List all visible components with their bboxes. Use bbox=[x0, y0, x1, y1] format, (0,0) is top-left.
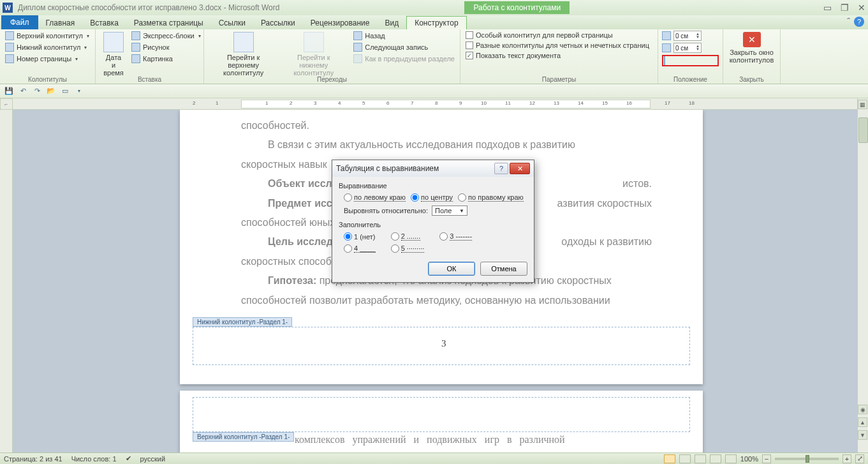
page-number-icon bbox=[5, 54, 14, 63]
header-icon bbox=[5, 31, 14, 40]
tab-design[interactable]: Конструктор bbox=[406, 16, 466, 29]
align-right-radio[interactable]: по правому краю bbox=[458, 193, 524, 202]
language-status[interactable]: русский bbox=[140, 455, 165, 463]
minimize-button[interactable]: ▭ bbox=[823, 3, 832, 13]
footer-icon bbox=[5, 43, 14, 52]
prev-page-button[interactable]: ▲ bbox=[858, 417, 867, 427]
leader-1-radio[interactable]: 1 (нет) bbox=[344, 232, 376, 241]
footer-section-tag[interactable]: Нижний колонтитул -Раздел 1- bbox=[193, 317, 292, 327]
page-number-text: 3 bbox=[441, 338, 446, 349]
vertical-scrollbar[interactable]: ▦ ◉ ▲ ▼ bbox=[857, 98, 868, 453]
next-icon bbox=[353, 43, 362, 52]
help-button[interactable]: ? bbox=[854, 17, 864, 27]
tab-page-layout[interactable]: Разметка страницы bbox=[126, 17, 211, 29]
tab-view[interactable]: Вид bbox=[377, 17, 406, 29]
header-button[interactable]: Верхний колонтитул▾ bbox=[4, 31, 91, 41]
next-button[interactable]: Следующая запись bbox=[352, 42, 456, 52]
ok-button[interactable]: ОК bbox=[428, 262, 475, 276]
document-title: Диплом скоростные способности итог испра… bbox=[18, 3, 279, 12]
header-area[interactable] bbox=[193, 397, 690, 432]
tab-review[interactable]: Рецензирование bbox=[303, 17, 378, 29]
picture-icon bbox=[131, 43, 140, 52]
word-icon: W bbox=[3, 3, 13, 13]
different-odd-even-checkbox[interactable]: Разные колонтитулы для четных и нечетных… bbox=[464, 41, 654, 50]
save-button[interactable]: 💾 bbox=[4, 86, 14, 96]
checkbox-icon bbox=[466, 31, 473, 39]
checkbox-icon bbox=[466, 41, 473, 49]
dialog-help-button[interactable]: ? bbox=[494, 163, 508, 174]
ruler-toggle[interactable]: ▦ bbox=[858, 100, 867, 109]
minimize-ribbon-button[interactable]: ˆ bbox=[847, 17, 850, 27]
qat-customize[interactable]: ▾ bbox=[74, 86, 84, 96]
prev-icon bbox=[353, 31, 362, 40]
group-insert: Вставка bbox=[96, 76, 203, 83]
quick-parts-icon bbox=[131, 31, 140, 40]
leader-5-radio[interactable]: 5 ········· bbox=[391, 244, 425, 253]
title-bar: W Диплом скоростные способности итог исп… bbox=[0, 0, 868, 15]
group-options: Параметры bbox=[460, 76, 658, 83]
tab-insert[interactable]: Вставка bbox=[82, 17, 126, 29]
picture-button[interactable]: Рисунок bbox=[130, 42, 202, 52]
close-header-footer-button[interactable]: ✕ Закрыть окно колонтитулов bbox=[727, 31, 776, 65]
insert-alignment-tab-highlight bbox=[662, 55, 719, 66]
insert-alignment-tab-button[interactable] bbox=[664, 56, 665, 65]
fit-button[interactable]: ⤢ bbox=[855, 454, 864, 463]
quick-parts-button[interactable]: Экспресс-блоки▾ bbox=[130, 31, 202, 41]
undo-button[interactable]: ↶ bbox=[18, 86, 28, 96]
print-layout-view[interactable] bbox=[664, 454, 675, 463]
outline-view[interactable] bbox=[710, 454, 721, 463]
browse-object-button[interactable]: ◉ bbox=[858, 405, 867, 414]
clipart-button[interactable]: Картинка bbox=[130, 54, 202, 64]
restore-button[interactable]: ❐ bbox=[841, 3, 849, 13]
horizontal-ruler[interactable]: 21 123 456 789 101112 131415 161718 bbox=[13, 98, 857, 110]
header-section-tag[interactable]: Верхний колонтитул -Раздел 1- bbox=[193, 432, 294, 442]
zoom-level[interactable]: 100% bbox=[740, 455, 758, 463]
new-button[interactable]: ▭ bbox=[60, 86, 70, 96]
page-status[interactable]: Страница: 2 из 41 bbox=[4, 455, 63, 463]
web-view[interactable] bbox=[695, 454, 706, 463]
align-left-radio[interactable]: по левому краю bbox=[344, 193, 406, 202]
dialog-close-button[interactable]: ✕ bbox=[510, 163, 530, 174]
vertical-ruler[interactable] bbox=[0, 110, 13, 453]
header-top-icon bbox=[662, 31, 671, 40]
group-position: Положение bbox=[658, 76, 723, 83]
leader-3-radio[interactable]: 3 ------- bbox=[439, 232, 472, 241]
word-count-status[interactable]: Число слов: 1 bbox=[71, 455, 117, 463]
quick-access-toolbar: 💾 ↶ ↷ 📂 ▭ ▾ bbox=[0, 84, 868, 98]
leader-4-radio[interactable]: 4 ____ bbox=[344, 244, 376, 253]
different-first-checkbox[interactable]: Особый колонтитул для первой страницы bbox=[464, 31, 654, 40]
align-relative-select[interactable]: Поле▼ bbox=[432, 206, 467, 216]
draft-view[interactable] bbox=[725, 454, 737, 463]
zoom-slider[interactable] bbox=[775, 458, 839, 460]
redo-button[interactable]: ↷ bbox=[32, 86, 42, 96]
spellcheck-icon[interactable]: ✔ bbox=[126, 454, 131, 463]
ribbon-tabs: Файл Главная Вставка Разметка страницы С… bbox=[0, 15, 868, 29]
ruler-corner: ⌐ bbox=[0, 98, 13, 110]
tab-file[interactable]: Файл bbox=[1, 15, 38, 29]
open-button[interactable]: 📂 bbox=[46, 86, 56, 96]
show-document-checkbox[interactable]: ✓Показать текст документа bbox=[464, 51, 654, 60]
leader-2-radio[interactable]: 2 ....... bbox=[391, 232, 425, 241]
tab-home[interactable]: Главная bbox=[38, 17, 83, 29]
cancel-button[interactable]: Отмена bbox=[480, 262, 527, 276]
tab-mailings[interactable]: Рассылки bbox=[253, 17, 303, 29]
scrollbar-thumb[interactable] bbox=[858, 117, 868, 143]
clipart-icon bbox=[131, 54, 140, 63]
footer-bottom-spin[interactable]: 0 см▲▼ bbox=[673, 43, 702, 53]
tab-references[interactable]: Ссылки bbox=[211, 17, 253, 29]
previous-button[interactable]: Назад bbox=[352, 31, 456, 41]
next-page-button[interactable]: ▼ bbox=[858, 430, 867, 440]
footer-button[interactable]: Нижний колонтитул▾ bbox=[4, 42, 91, 52]
document-text-2[interactable]: комплексов упражнений и подвижных игр в … bbox=[295, 434, 652, 445]
close-window-button[interactable]: ✕ bbox=[858, 3, 865, 13]
align-center-radio[interactable]: по центру bbox=[411, 193, 453, 202]
contextual-tab-label: Работа с колонтитулами bbox=[464, 1, 570, 14]
zoom-out-button[interactable]: − bbox=[762, 454, 771, 463]
status-bar: Страница: 2 из 41 Число слов: 1 ✔ русски… bbox=[0, 453, 868, 464]
zoom-in-button[interactable]: + bbox=[842, 454, 851, 463]
fullscreen-view[interactable] bbox=[679, 454, 691, 463]
goto-header-icon bbox=[233, 32, 254, 52]
page-number-button[interactable]: Номер страницы▾ bbox=[4, 54, 91, 64]
header-top-spin[interactable]: 0 см▲▼ bbox=[673, 31, 702, 41]
link-previous-button: Как в предыдущем разделе bbox=[352, 54, 456, 64]
